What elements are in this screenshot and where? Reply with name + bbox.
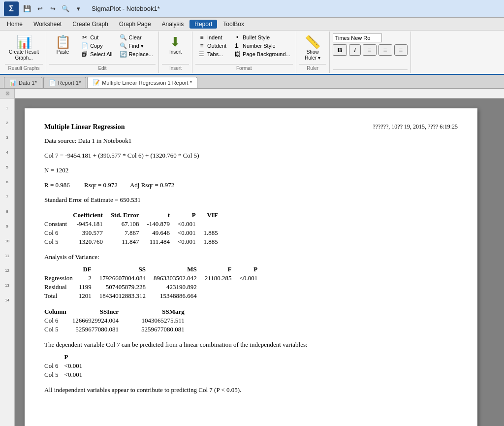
report-title-row: Multiple Linear Regression ??????, 10?? … [44, 123, 458, 131]
coeff-col5-label: Col 5 [44, 237, 73, 246]
find-button[interactable]: 🔍Find ▾ [117, 42, 156, 50]
ribbon-group-result-graphs: 📊 Create ResultGraph... Result Graphs [2, 32, 46, 73]
sigma-button[interactable]: Σ [4, 1, 19, 16]
ss-col6-ssincr: 12666929924.004 [72, 316, 126, 325]
align-button[interactable]: ≡ [363, 44, 377, 56]
app-title: SigmaPlot - Notebook1* [92, 5, 160, 12]
coeff-constant-t: -140.879 [147, 220, 178, 229]
coeff-col5-head: VIF [204, 211, 226, 220]
menu-home[interactable]: Home [2, 20, 28, 29]
format-buttons-2: •Bullet Style 1.Number Style 🖼Page Backg… [231, 33, 293, 58]
ss-table: Column SSIncr SSMarg Col 6 12666929924.0… [44, 307, 192, 334]
cut-button[interactable]: ✂Cut [78, 33, 115, 41]
select-all-button[interactable]: 🗐Select All [78, 50, 115, 58]
insert-button[interactable]: ⬇ Insert [162, 33, 189, 57]
adj-rsqr-text: Adj Rsqr = 0.972 [130, 181, 174, 189]
page-background-button[interactable]: 🖼Page Background... [231, 50, 293, 58]
coeff-row-col5: Col 5 1320.760 11.847 111.484 <0.001 1.8… [44, 237, 226, 246]
menu-report[interactable]: Report [189, 20, 217, 29]
dropdown-icon[interactable]: ▾ [73, 3, 84, 14]
coeff-col6-coeff: 390.577 [73, 229, 111, 237]
bullet-style-button[interactable]: •Bullet Style [231, 33, 293, 41]
save-icon[interactable]: 💾 [22, 3, 32, 14]
coeff-col5-t: 111.484 [147, 237, 178, 246]
anova-total-f [205, 292, 240, 300]
anova-regression-df: 2 [79, 274, 99, 283]
undo-icon[interactable]: ↩ [34, 3, 45, 14]
anova-regression-ms: 8963303502.042 [154, 274, 205, 283]
coeff-col3-head: t [147, 211, 178, 220]
outdent-button[interactable]: ≡Outdent [195, 42, 229, 50]
rsqr-text: Rsqr = 0.972 [84, 181, 118, 189]
tab-mlr-report[interactable]: 📝 Multiple Linear Regression 1 Report * [87, 77, 197, 88]
coeff-row-constant: Constant -9454.181 67.108 -140.879 <0.00… [44, 220, 226, 229]
ribbon-group-label-font [333, 69, 408, 71]
redo-icon[interactable]: ↪ [47, 3, 58, 14]
tabs-button[interactable]: ☰Tabs... [195, 50, 229, 58]
coeff-col5-p: <0.001 [178, 237, 204, 246]
ss-col5-ssmarg: 5259677080.081 [126, 325, 192, 334]
italic-button[interactable]: I [349, 44, 361, 56]
coeff-col5-vif: 1.885 [204, 237, 226, 246]
report-title-text: Multiple Linear Regression [44, 123, 125, 131]
tab-report1-label: Report 1* [58, 80, 81, 86]
data-source-text: Data source: Data 1 in Notebook1 [44, 137, 131, 144]
anova-total-label: Total [44, 292, 79, 300]
data1-tab-icon: 📊 [9, 79, 17, 86]
ribbon-group-label-format: Format [195, 64, 293, 71]
show-ruler-button[interactable]: 📏 ShowRuler ▾ [299, 33, 326, 63]
clear-button[interactable]: 🔍Clear [117, 33, 156, 41]
menu-bar: Home Worksheet Create Graph Graph Page A… [0, 18, 504, 31]
coeff-col6-vif: 1.885 [204, 229, 226, 237]
n-text: N = 1202 [44, 166, 68, 174]
coeff-col1-head: Coefficient [73, 211, 111, 220]
number-style-button[interactable]: 1.Number Style [231, 42, 293, 50]
menu-create-graph[interactable]: Create Graph [67, 20, 113, 29]
r-line: R = 0.986 Rsqr = 0.972 Adj Rsqr = 0.972 [44, 181, 458, 189]
menu-analysis[interactable]: Analysis [157, 20, 189, 29]
content-area[interactable]: Multiple Linear Regression ??????, 10?? … [15, 98, 504, 426]
right-align-button[interactable]: ≡ [394, 44, 408, 56]
ribbon-group-label-edit: Edit [49, 64, 156, 71]
n-line: N = 1202 [44, 166, 458, 174]
menu-worksheet[interactable]: Worksheet [29, 20, 66, 29]
indent-button[interactable]: ≡Indent [195, 33, 229, 41]
ss-col0-head: Column [44, 307, 72, 316]
mlr-tab-icon: 📝 [93, 79, 100, 86]
pred-text: The dependent variable Col 7 can be pred… [44, 341, 308, 348]
anova-residual-df: 1199 [79, 283, 99, 292]
coeff-col5-se: 11.847 [111, 237, 147, 246]
ribbon-group-label-result: Result Graphs [5, 64, 43, 71]
pred-text-line: The dependent variable Col 7 can be pred… [44, 341, 458, 349]
coeff-col6-t: 49.646 [147, 229, 178, 237]
anova-regression-ss: 17926607004.084 [99, 274, 154, 283]
tabs-row: 📊 Data 1* 📄 Report 1* 📝 Multiple Linear … [0, 75, 504, 89]
ss-row-col5: Col 5 5259677080.081 5259677080.081 [44, 325, 192, 334]
create-result-graph-button[interactable]: 📊 Create ResultGraph... [5, 33, 43, 63]
menu-toolbox[interactable]: ToolBox [218, 20, 249, 29]
vertical-ruler: 1 2 3 4 5 6 7 8 9 10 11 12 13 14 [0, 98, 15, 426]
std-error-line: Standard Error of Estimate = 650.531 [44, 196, 458, 204]
coeff-row-col6: Col 6 390.577 7.867 49.646 <0.001 1.885 [44, 229, 226, 237]
coeff-constant-coeff: -9454.181 [73, 220, 111, 229]
equation-line: Col 7 = -9454.181 + (390.577 * Col 6) + … [44, 152, 458, 160]
copy-button[interactable]: 📄Copy [78, 42, 115, 50]
zoom-icon[interactable]: 🔍 [60, 3, 71, 14]
report-date-stamp: ??????, 10?? 19, 2015, ???? 6:19:25 [373, 123, 458, 131]
replace-button[interactable]: 🔄Replace... [117, 50, 156, 58]
tab-data1[interactable]: 📊 Data 1* [4, 77, 42, 88]
coeff-col4-head: P [178, 211, 204, 220]
ss-col5-ssincr: 5259677080.081 [72, 325, 126, 334]
anova-residual-ms: 423190.892 [154, 283, 205, 292]
std-error-text: Standard Error of Estimate = 650.531 [44, 196, 141, 203]
bold-button[interactable]: B [333, 44, 347, 56]
report1-tab-icon: 📄 [49, 79, 56, 86]
main-area: 1 2 3 4 5 6 7 8 9 10 11 12 13 14 Multipl… [0, 98, 504, 426]
menu-graph-page[interactable]: Graph Page [114, 20, 156, 29]
tab-report1[interactable]: 📄 Report 1* [43, 77, 86, 88]
center-button[interactable]: ≡ [378, 44, 392, 56]
paste-button[interactable]: 📋 Paste [49, 33, 76, 57]
font-name-input[interactable] [333, 33, 382, 42]
ruler-area: ⊡ // Ruler marks will be drawn via inlin… [0, 89, 504, 98]
ss-col1-head: SSIncr [72, 307, 126, 316]
